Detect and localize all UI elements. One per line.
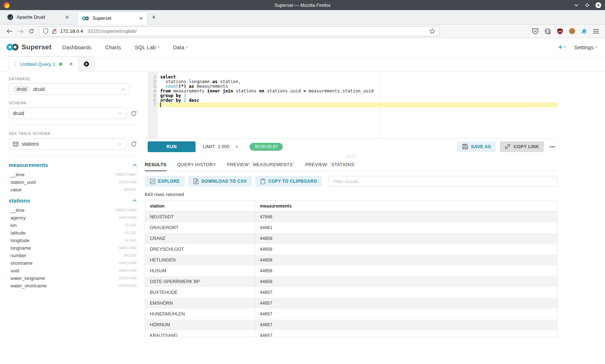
tracking-shield-icon[interactable] [43, 28, 49, 34]
back-button[interactable] [4, 29, 15, 34]
chevron-down-icon [118, 143, 122, 145]
refresh-tables-button[interactable] [131, 141, 137, 147]
result-row: HETLINGEN44658 [145, 255, 557, 265]
table-column: station_uuidVARCHAR [9, 178, 137, 186]
table-section-header[interactable]: measurements [9, 162, 137, 168]
cell-measurements: 44661 [255, 222, 557, 233]
maximize-button[interactable] [584, 3, 590, 8]
chevron-down-icon: ▾ [236, 145, 238, 149]
schema-select[interactable]: druid [9, 108, 126, 119]
result-row: KRAUTSAND44657 [145, 330, 557, 337]
query-tab-untitled-query-1[interactable]: ⋮ Untitled Query 1 ✕ [9, 56, 79, 72]
cell-station: HUSUM [145, 265, 255, 276]
chevron-up-icon[interactable] [133, 199, 137, 202]
database-pill: druid [13, 86, 30, 93]
forward-button[interactable] [15, 29, 26, 34]
column-name: longitude [10, 238, 30, 243]
tab-preview-measurements[interactable]: PREVIEW: `MEASUREMENTS` [227, 158, 294, 170]
code-line: stations.longname as station, [158, 79, 557, 84]
nav-item-dashboards[interactable]: Dashboards [62, 44, 91, 50]
tab-close-icon[interactable]: ✕ [139, 15, 143, 21]
column-name: __time [10, 208, 24, 213]
superset-navbar: Superset Dashboards Charts SQL Lab▾ Data… [0, 38, 605, 56]
save-as-button[interactable]: SAVE AS [457, 141, 496, 152]
more-options-button[interactable]: ••• [547, 144, 557, 149]
copy-clipboard-button[interactable]: COPY TO CLIPBOARD [255, 176, 322, 187]
result-row: OSTE-SPERRWERK BP44658 [145, 276, 557, 287]
link-icon [505, 144, 511, 150]
drag-handle-icon[interactable]: ⋮ [13, 61, 18, 67]
close-query-tab-icon[interactable]: ✕ [69, 61, 73, 67]
cookie-extension-icon[interactable] [569, 28, 575, 35]
pane-splitter[interactable] [145, 154, 557, 158]
nav-item-data[interactable]: Data▾ [173, 44, 188, 50]
asterisk-extension-icon[interactable] [581, 28, 587, 35]
table-select[interactable]: stations [9, 138, 126, 150]
insecure-lock-icon[interactable] [52, 28, 57, 34]
bookmark-star-icon[interactable] [429, 28, 435, 34]
limit-dropdown[interactable]: LIMIT: 1 000 ▾ [203, 144, 237, 149]
browser-tab-apache-druid[interactable]: Apache Druid ✕ [3, 10, 73, 24]
cell-station: HUNDSMÜHLEN [145, 309, 255, 319]
code-line: count(*) as measurements [158, 84, 557, 88]
superset-logo[interactable]: Superset [6, 43, 51, 51]
print-margin-line [380, 72, 380, 138]
tab-results[interactable]: RESULTS [145, 158, 166, 171]
browser-tab-superset[interactable]: Superset ✕ [77, 12, 148, 24]
cell-measurements: 44657 [255, 298, 557, 309]
editor-code-area[interactable]: select stations.longname as station, cou… [158, 72, 557, 138]
explore-button[interactable]: EXPLORE [145, 176, 185, 187]
chevron-up-icon[interactable] [133, 164, 137, 167]
table-section-header[interactable]: stations [9, 197, 137, 204]
url-bar[interactable]: 172.18.0.4:32251/superset/sqllab/ [39, 26, 439, 36]
result-row: EMSHÖRN44657 [145, 298, 557, 309]
result-row: HUNDSMÜHLEN44657 [145, 309, 557, 319]
privacy-extension-icon[interactable] [544, 28, 551, 35]
results-table: station measurements NEUSTADT47646GRAUER… [145, 201, 557, 337]
close-window-button[interactable] [595, 2, 601, 8]
column-header-measurements[interactable]: measurements [255, 201, 557, 211]
pocket-icon[interactable] [532, 28, 539, 35]
copy-link-button[interactable]: COPY LINK [500, 141, 544, 152]
download-csv-button[interactable]: DOWNLOAD TO CSV [188, 176, 252, 187]
filter-results-input[interactable] [328, 176, 557, 187]
window-titlebar: Superset — Mozilla Firefox [0, 0, 605, 10]
cell-station: KRAUTSAND [145, 330, 255, 337]
add-query-tab-button[interactable] [79, 56, 94, 71]
code-line: group by 1 [158, 93, 557, 98]
file-icon [193, 178, 198, 184]
chevron-down-icon: ▾ [564, 45, 566, 49]
column-name: water_longname [10, 276, 45, 281]
refresh-schemas-button[interactable] [131, 110, 137, 117]
results-tabs: RESULTS QUERY HISTORY PREVIEW: `MEASUREM… [145, 158, 557, 171]
new-item-button[interactable]: +▾ [558, 43, 565, 51]
tab-preview-stations[interactable]: PREVIEW: `STATIONS` [305, 158, 356, 170]
table-column: __timeTIMESTAMP [9, 206, 137, 214]
column-type: VARCHAR [119, 269, 137, 273]
menu-hamburger-icon[interactable] [593, 29, 599, 34]
tab-query-history[interactable]: QUERY HISTORY [177, 158, 216, 170]
cell-measurements: 47646 [255, 211, 557, 222]
table-column: valueBIGINT [9, 186, 137, 194]
nav-item-charts[interactable]: Charts [105, 44, 121, 50]
cell-measurements: 44657 [255, 319, 557, 330]
reload-button[interactable] [26, 28, 37, 34]
cell-measurements: 44658 [255, 244, 557, 255]
tab-close-icon[interactable]: ✕ [65, 14, 69, 20]
result-row: NEUSTADT47646 [145, 211, 557, 222]
cell-station: DREYSCHLOOT [145, 244, 255, 255]
settings-menu[interactable]: Settings▾ [574, 44, 597, 50]
column-header-station[interactable]: station [145, 201, 255, 211]
nav-item-sql-lab[interactable]: SQL Lab▾ [135, 44, 159, 50]
column-type: VARCHAR [119, 284, 137, 288]
table-column: latitudeFLOAT [9, 229, 137, 237]
new-tab-button[interactable]: + [148, 10, 160, 24]
ublock-origin-icon[interactable]: UO [557, 28, 563, 35]
column-name: longname [10, 245, 31, 251]
sql-editor[interactable]: 1234567 select stations.longname as stat… [148, 72, 557, 138]
run-button[interactable]: RUN [148, 141, 196, 152]
minimize-button[interactable] [574, 3, 579, 8]
schema-table: stations__timeTIMESTAMPagencyVARCHARkmFL… [9, 197, 137, 290]
gutter-line-number: 6 [148, 98, 158, 103]
database-select[interactable]: druid druid [9, 83, 130, 95]
